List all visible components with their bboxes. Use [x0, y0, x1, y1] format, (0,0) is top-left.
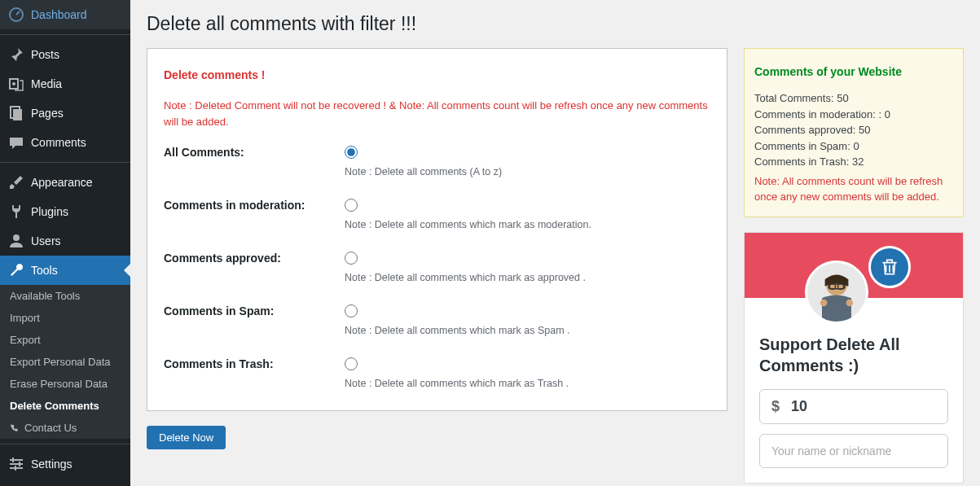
- pin-icon: [8, 46, 24, 63]
- svg-point-17: [820, 299, 828, 306]
- menu-separator: [0, 159, 130, 163]
- avatar: [805, 261, 868, 324]
- tools-submenu: Available Tools Import Export Export Per…: [0, 285, 130, 439]
- svg-rect-11: [15, 466, 16, 471]
- stats-total: Total Comments: 50: [754, 90, 953, 107]
- svg-rect-7: [10, 463, 23, 465]
- donate-amount-box[interactable]: $ 10: [759, 389, 948, 424]
- row-label: Comments in moderation:: [164, 199, 345, 212]
- wrench-icon: [8, 262, 24, 278]
- settings-icon: [8, 456, 24, 472]
- sidebar-item-plugins[interactable]: Plugins: [0, 197, 130, 226]
- row-desc: Note : Delete all comments which mark as…: [345, 272, 710, 283]
- row-desc: Note : Delete all comments which mark as…: [345, 325, 710, 336]
- row-approved: Comments approved: Note : Delete all com…: [164, 252, 710, 283]
- sidebar-label: Tools: [31, 264, 58, 277]
- row-all-comments: All Comments: Note : Delete all comments…: [164, 146, 710, 177]
- media-icon: [8, 76, 24, 92]
- page-title: Delete all comments with filter !!!: [147, 10, 964, 48]
- svg-rect-9: [12, 458, 14, 462]
- submenu-available-tools[interactable]: Available Tools: [0, 285, 130, 307]
- svg-rect-10: [19, 462, 20, 466]
- sidebar-item-posts[interactable]: Posts: [0, 40, 130, 69]
- plug-icon: [8, 204, 24, 220]
- sidebar-item-users[interactable]: Users: [0, 226, 130, 256]
- pages-icon: [8, 105, 24, 121]
- radio-all-comments[interactable]: [345, 146, 358, 159]
- sidebar-label: Posts: [31, 48, 59, 61]
- menu-separator: [0, 440, 130, 444]
- sidebar-item-dashboard[interactable]: Dashboard: [0, 0, 130, 29]
- menu-separator: [0, 31, 130, 35]
- donate-amount: 10: [791, 398, 807, 415]
- stats-box: Comments of your Website Total Comments:…: [744, 48, 964, 217]
- svg-rect-4: [13, 109, 22, 120]
- row-moderation: Comments in moderation: Note : Delete al…: [164, 199, 710, 230]
- row-desc: Note : Delete all comments which mark as…: [345, 378, 710, 389]
- admin-sidebar: Dashboard Posts Media Pages Comments App…: [0, 0, 130, 486]
- submenu-export-personal-data[interactable]: Export Personal Data: [0, 351, 130, 373]
- submenu-label: Contact Us: [24, 422, 77, 434]
- radio-approved[interactable]: [345, 252, 358, 265]
- sidebar-item-pages[interactable]: Pages: [0, 99, 130, 128]
- form-warning-note: Note : Deleted Comment will not be recov…: [164, 98, 710, 129]
- form-heading: Delete comments !: [164, 68, 710, 81]
- sidebar-label: Users: [31, 234, 61, 247]
- brush-icon: [8, 174, 24, 190]
- radio-moderation[interactable]: [345, 199, 358, 212]
- stats-note: Note: All comments count will be refresh…: [754, 173, 953, 205]
- row-label: Comments in Trash:: [164, 357, 345, 370]
- delete-now-button[interactable]: Delete Now: [147, 426, 226, 449]
- sidebar-label: Pages: [31, 107, 64, 120]
- sidebar-label: Dashboard: [31, 8, 87, 21]
- donate-title: Support Delete All Comments :): [759, 334, 948, 376]
- submenu-export[interactable]: Export: [0, 329, 130, 351]
- sidebar-label: Plugins: [31, 205, 68, 218]
- row-spam: Comments in Spam: Note : Delete all comm…: [164, 304, 710, 336]
- submenu-import[interactable]: Import: [0, 307, 130, 329]
- svg-point-18: [846, 299, 854, 306]
- row-label: Comments approved:: [164, 252, 345, 265]
- svg-point-2: [12, 82, 15, 85]
- sidebar-label: Comments: [31, 136, 86, 149]
- trash-speech-icon: [868, 246, 911, 288]
- stats-title: Comments of your Website: [754, 63, 953, 81]
- sidebar-label: Settings: [31, 458, 73, 471]
- stats-moderation: Comments in moderation: : 0: [754, 107, 953, 123]
- dashboard-icon: [8, 7, 24, 23]
- svg-point-5: [13, 234, 20, 241]
- sidebar-label: Media: [31, 77, 62, 90]
- delete-form-box: Delete comments ! Note : Deleted Comment…: [147, 48, 727, 411]
- phone-icon: [10, 423, 20, 433]
- submenu-erase-personal-data[interactable]: Erase Personal Data: [0, 373, 130, 395]
- stats-approved: Comments approved: 50: [754, 122, 953, 138]
- donate-header: [745, 233, 963, 298]
- radio-trash[interactable]: [345, 357, 358, 370]
- sidebar-item-settings[interactable]: Settings: [0, 449, 130, 479]
- row-desc: Note : Delete all comments (A to z): [345, 166, 710, 177]
- donate-name-input[interactable]: [759, 434, 948, 468]
- row-label: Comments in Spam:: [164, 304, 345, 317]
- sidebar-item-comments[interactable]: Comments: [0, 128, 130, 157]
- donate-box: Support Delete All Comments :) $ 10: [744, 232, 964, 484]
- main-content: Delete all comments with filter !!! Dele…: [130, 0, 980, 486]
- svg-rect-6: [10, 459, 23, 461]
- sidebar-item-tools[interactable]: Tools: [0, 256, 130, 285]
- stats-trash: Comments in Trash: 32: [754, 154, 953, 170]
- row-desc: Note : Delete all comments which mark as…: [345, 219, 710, 230]
- stats-spam: Comments in Spam: 0: [754, 138, 953, 155]
- submenu-delete-comments[interactable]: Delete Comments: [0, 395, 130, 417]
- sidebar-item-appearance[interactable]: Appearance: [0, 168, 130, 197]
- radio-spam[interactable]: [345, 304, 358, 317]
- submenu-contact-us[interactable]: Contact Us: [0, 417, 130, 439]
- sidebar-item-media[interactable]: Media: [0, 69, 130, 99]
- comments-icon: [8, 134, 24, 151]
- row-trash: Comments in Trash: Note : Delete all com…: [164, 357, 710, 389]
- sidebar-label: Appearance: [31, 176, 93, 189]
- user-icon: [8, 233, 24, 249]
- row-label: All Comments:: [164, 146, 345, 159]
- currency-symbol: $: [771, 398, 780, 415]
